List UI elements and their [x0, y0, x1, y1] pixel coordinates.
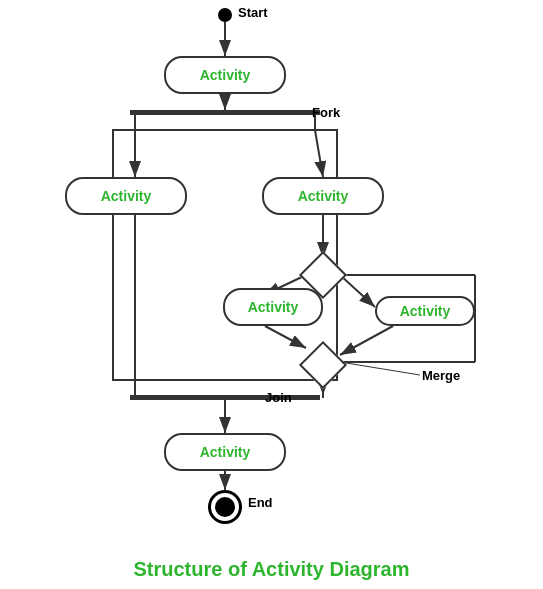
- join-label: Join: [265, 390, 292, 405]
- activity-6: Activity: [164, 433, 286, 471]
- fork-label: Fork: [312, 105, 340, 120]
- start-dot: [218, 8, 232, 22]
- end-inner-dot: [215, 497, 235, 517]
- svg-line-19: [340, 362, 420, 375]
- svg-rect-8: [113, 130, 337, 380]
- end-label: End: [248, 495, 273, 510]
- activity-2: Activity: [65, 177, 187, 215]
- start-label: Start: [238, 5, 268, 20]
- activity-5: Activity: [375, 296, 475, 326]
- end-symbol: [208, 490, 242, 524]
- merge-label: Merge: [422, 368, 460, 383]
- diagram-title: Structure of Activity Diagram: [0, 558, 543, 581]
- diagram-container: Start Activity Fork Activity Activity Ac…: [0, 0, 543, 540]
- svg-line-16: [340, 326, 393, 355]
- svg-line-15: [265, 326, 306, 348]
- svg-line-10: [315, 130, 323, 177]
- svg-line-14: [340, 275, 375, 307]
- activity-1: Activity: [164, 56, 286, 94]
- activity-4: Activity: [223, 288, 323, 326]
- activity-3: Activity: [262, 177, 384, 215]
